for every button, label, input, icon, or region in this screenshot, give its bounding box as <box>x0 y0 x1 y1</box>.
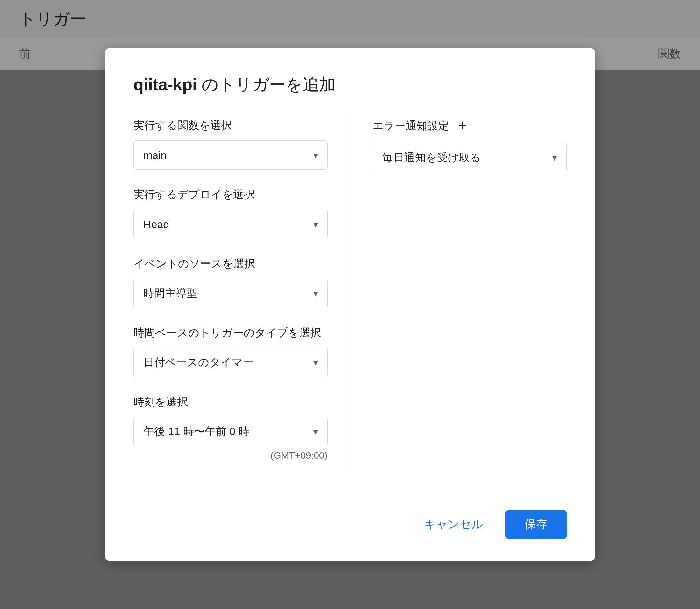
add-icon[interactable]: + <box>459 118 467 134</box>
notification-chevron-icon: ▾ <box>552 153 557 163</box>
deploy-value: Head <box>143 218 169 231</box>
trigger-type-select[interactable]: 日付ベースのタイマー ▾ <box>134 348 328 377</box>
source-value: 時間主導型 <box>143 286 197 301</box>
source-chevron-icon: ▾ <box>313 288 318 299</box>
time-value: 午後 11 時〜午前 0 時 <box>143 424 249 439</box>
modal-right-column: エラー通知設定 + 毎日通知を受け取る ▾ <box>350 118 567 478</box>
time-select[interactable]: 午後 11 時〜午前 0 時 ▾ <box>134 417 328 446</box>
timezone-text: (GMT+09:00) <box>134 450 328 461</box>
cancel-button[interactable]: キャンセル <box>415 510 493 539</box>
modal-body: 実行する関数を選択 main ▾ 実行するデプロイを選択 Head <box>134 118 566 478</box>
notification-select-wrapper[interactable]: 毎日通知を受け取る ▾ <box>373 143 567 172</box>
trigger-type-field-group: 時間ベースのトリガーのタイプを選択 日付ベースのタイマー ▾ <box>134 326 328 377</box>
source-select[interactable]: 時間主導型 ▾ <box>134 279 328 308</box>
function-field-group: 実行する関数を選択 main ▾ <box>134 118 328 170</box>
function-value: main <box>143 149 167 161</box>
deploy-label: 実行するデプロイを選択 <box>134 187 328 202</box>
source-select-wrapper[interactable]: 時間主導型 ▾ <box>134 279 328 308</box>
modal-footer: キャンセル 保存 <box>134 498 566 539</box>
function-label: 実行する関数を選択 <box>134 118 328 133</box>
source-field-group: イベントのソースを選択 時間主導型 ▾ <box>134 256 328 308</box>
function-select[interactable]: main ▾ <box>134 140 328 170</box>
trigger-type-label: 時間ベースのトリガーのタイプを選択 <box>134 326 328 340</box>
function-select-wrapper[interactable]: main ▾ <box>134 140 328 170</box>
notification-select[interactable]: 毎日通知を受け取る ▾ <box>373 143 567 172</box>
deploy-select[interactable]: Head ▾ <box>134 210 328 239</box>
modal-title-prefix: qiita-kpi <box>134 75 197 94</box>
trigger-type-chevron-icon: ▾ <box>313 358 318 368</box>
time-select-wrapper[interactable]: 午後 11 時〜午前 0 時 ▾ <box>134 417 328 446</box>
modal-dialog: qiita-kpi のトリガーを追加 実行する関数を選択 main ▾ <box>105 48 595 561</box>
time-chevron-icon: ▾ <box>313 427 318 437</box>
error-notification-group: エラー通知設定 + 毎日通知を受け取る ▾ <box>373 118 567 172</box>
time-label: 時刻を選択 <box>134 395 328 409</box>
time-field-group: 時刻を選択 午後 11 時〜午前 0 時 ▾ (GMT+09:00) <box>134 395 328 461</box>
deploy-chevron-icon: ▾ <box>313 219 318 230</box>
modal-left-column: 実行する関数を選択 main ▾ 実行するデプロイを選択 Head <box>134 118 350 478</box>
trigger-type-select-wrapper[interactable]: 日付ベースのタイマー ▾ <box>134 348 328 377</box>
modal-title-suffix: のトリガーを追加 <box>202 75 336 94</box>
save-button[interactable]: 保存 <box>505 510 566 539</box>
trigger-type-value: 日付ベースのタイマー <box>143 355 253 370</box>
function-chevron-icon: ▾ <box>313 150 318 160</box>
error-label: エラー通知設定 <box>373 119 449 133</box>
modal-overlay: qiita-kpi のトリガーを追加 実行する関数を選択 main ▾ <box>0 0 700 609</box>
error-section-header: エラー通知設定 + <box>373 118 567 134</box>
modal-title: qiita-kpi のトリガーを追加 <box>134 74 566 96</box>
notification-value: 毎日通知を受け取る <box>383 150 481 165</box>
source-label: イベントのソースを選択 <box>134 256 328 271</box>
deploy-select-wrapper[interactable]: Head ▾ <box>134 210 328 239</box>
deploy-field-group: 実行するデプロイを選択 Head ▾ <box>134 187 328 239</box>
